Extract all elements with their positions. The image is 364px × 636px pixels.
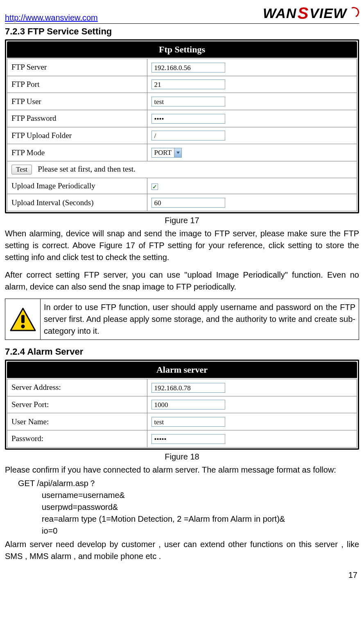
table-row: FTP Port 21 <box>7 76 357 93</box>
section-724-paragraph-2: Alarm server need develop by customer , … <box>5 539 359 562</box>
ftp-password-label: FTP Password <box>7 110 147 127</box>
warning-icon <box>5 299 41 340</box>
figure-17-caption: Figure 17 <box>5 216 359 225</box>
ftp-mode-cell: PORT <box>147 144 357 161</box>
alarm-server-table: Server Address: 192.168.0.78 Server Port… <box>7 379 357 448</box>
server-port-cell: 1000 <box>147 396 357 413</box>
ftp-port-input[interactable]: 21 <box>151 79 225 89</box>
test-hint: Please set at first, and then test. <box>38 165 136 173</box>
table-row: FTP Mode PORT <box>7 144 357 161</box>
ftp-password-input[interactable]: •••• <box>151 114 225 124</box>
section-723-heading: 7.2.3 FTP Service Setting <box>5 26 359 37</box>
page-header: http://www.wansview.com WAN S VIEW <box>5 4 359 24</box>
table-row: FTP Upload Folder / <box>7 127 357 144</box>
server-address-input[interactable]: 192.168.0.78 <box>151 383 225 393</box>
logo-s-mark: S <box>297 4 309 23</box>
password-cell: ••••• <box>147 430 357 448</box>
ftp-server-input[interactable]: 192.168.0.56 <box>151 63 225 72</box>
ftp-folder-label: FTP Upload Folder <box>7 127 147 144</box>
table-row: FTP Server 192.168.0.56 <box>7 59 357 76</box>
page-number: 17 <box>5 568 359 580</box>
table-row: Server Port: 1000 <box>7 396 357 413</box>
section-724-heading: 7.2.4 Alarm Server <box>5 346 359 357</box>
ftp-server-cell: 192.168.0.56 <box>147 59 357 76</box>
section-724-paragraph-1: Please confirm if you have connected to … <box>5 464 359 476</box>
upload-interval-input[interactable]: 60 <box>151 198 225 208</box>
upload-periodic-cell: ✓ <box>147 178 357 194</box>
svg-point-2 <box>21 324 25 328</box>
ftp-settings-panel: Ftp Settings FTP Server 192.168.0.56 FTP… <box>5 39 359 213</box>
ftp-folder-input[interactable]: / <box>151 131 225 140</box>
ftp-server-label: FTP Server <box>7 59 147 76</box>
ftp-user-input[interactable]: test <box>151 97 225 106</box>
ftp-settings-title: Ftp Settings <box>7 41 357 58</box>
alarm-server-panel: Alarm server Server Address: 192.168.0.7… <box>5 360 359 450</box>
user-name-input[interactable]: test <box>151 417 225 427</box>
ftp-mode-select[interactable]: PORT <box>151 148 182 158</box>
code-line-rea: rea=alarm type (1=Motion Detection, 2 =A… <box>5 513 359 525</box>
figure-18-caption: Figure 18 <box>5 452 359 462</box>
warning-note: In order to use FTP function, user shoul… <box>5 299 359 340</box>
upload-interval-cell: 60 <box>147 194 357 211</box>
table-row: Upload Interval (Seconds) 60 <box>7 194 357 211</box>
password-input[interactable]: ••••• <box>151 434 225 444</box>
logo-swirl-icon <box>347 5 360 19</box>
ftp-password-cell: •••• <box>147 110 357 127</box>
code-line-username: username=username& <box>5 489 359 501</box>
site-url[interactable]: http://www.wansview.com <box>5 13 98 23</box>
table-row: FTP Password •••• <box>7 110 357 127</box>
test-button[interactable]: Test <box>11 165 32 174</box>
password-label: Password: <box>7 430 147 448</box>
ftp-mode-value: PORT <box>152 149 174 157</box>
server-port-input[interactable]: 1000 <box>151 400 225 410</box>
ftp-mode-label: FTP Mode <box>7 144 147 161</box>
upload-interval-label: Upload Interval (Seconds) <box>7 194 147 211</box>
logo-view-text: VIEW <box>310 5 347 21</box>
svg-rect-1 <box>21 315 25 323</box>
code-line-io: io=0 <box>5 525 359 537</box>
server-address-cell: 192.168.0.78 <box>147 379 357 396</box>
table-row: FTP User test <box>7 93 357 110</box>
table-row: Server Address: 192.168.0.78 <box>7 379 357 396</box>
test-row: Test Please set at first, and then test. <box>7 161 357 178</box>
ftp-port-label: FTP Port <box>7 76 147 93</box>
table-row: Password: ••••• <box>7 430 357 448</box>
table-row: Upload Image Periodically ✓ <box>7 178 357 194</box>
alarm-server-title: Alarm server <box>7 362 357 378</box>
code-line-userpwd: userpwd=password& <box>5 501 359 513</box>
ftp-user-cell: test <box>147 93 357 110</box>
table-row: User Name: test <box>7 413 357 430</box>
user-name-cell: test <box>147 413 357 430</box>
warning-text: In order to use FTP function, user shoul… <box>41 299 359 340</box>
table-row: Test Please set at first, and then test. <box>7 161 357 178</box>
upload-periodic-label: Upload Image Periodically <box>7 178 147 194</box>
chevron-down-icon <box>174 148 181 157</box>
server-port-label: Server Port: <box>7 396 147 413</box>
ftp-settings-table: FTP Server 192.168.0.56 FTP Port 21 FTP … <box>7 59 357 211</box>
user-name-label: User Name: <box>7 413 147 430</box>
ftp-user-label: FTP User <box>7 93 147 110</box>
upload-periodic-checkbox[interactable]: ✓ <box>151 183 158 190</box>
section-723-paragraph-1: When alarming, device will snap and send… <box>5 228 359 263</box>
brand-logo: WAN S VIEW <box>263 4 359 23</box>
ftp-folder-cell: / <box>147 127 357 144</box>
server-address-label: Server Address: <box>7 379 147 396</box>
ftp-port-cell: 21 <box>147 76 357 93</box>
code-line-get: GET /api/alarm.asp？ <box>5 478 359 489</box>
section-723-paragraph-2: After correct setting FTP server, you ca… <box>5 269 359 293</box>
logo-wan-text: WAN <box>263 5 296 21</box>
